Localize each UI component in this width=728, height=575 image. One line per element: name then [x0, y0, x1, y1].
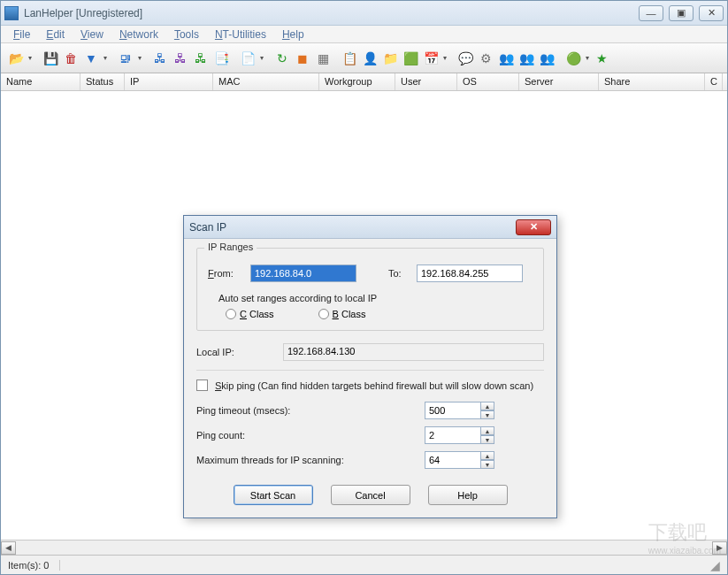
radio-dot-icon — [318, 309, 329, 319]
folder-icon[interactable]: 📁 — [380, 49, 400, 68]
user3-icon: 👥 — [519, 51, 533, 65]
dialog-title: Scan IP — [189, 221, 516, 234]
main-window: LanHelper [Unregistered] — ▣ ✕ FileEditV… — [0, 0, 728, 575]
menu-view[interactable]: View — [73, 27, 111, 42]
help-button[interactable]: Help — [428, 485, 508, 505]
dropdown-arrow-icon[interactable]: ▾ — [258, 54, 265, 62]
c-class-radio[interactable]: C Class — [226, 309, 274, 319]
to-ip-input[interactable] — [417, 264, 523, 282]
star-icon: ★ — [594, 51, 609, 65]
spin-up-icon[interactable]: ▲ — [481, 451, 494, 460]
app-icon — [4, 6, 19, 20]
refresh-icon[interactable]: ↻ — [272, 49, 292, 68]
b-class-radio[interactable]: B Class — [318, 309, 366, 319]
skip-ping-checkbox[interactable] — [196, 380, 208, 391]
scan-ip-icon[interactable]: 🖧 — [191, 49, 211, 68]
max-threads-input[interactable] — [425, 451, 481, 469]
star-icon[interactable]: ★ — [592, 49, 611, 68]
scan-lan-icon[interactable]: 🖳 — [116, 49, 135, 68]
chat-icon: 💬 — [458, 51, 472, 65]
close-button[interactable]: ✕ — [699, 5, 724, 21]
user2-icon[interactable]: 👥 — [496, 49, 516, 68]
maximize-button[interactable]: ▣ — [669, 5, 694, 21]
spin-down-icon[interactable]: ▼ — [481, 435, 494, 444]
calendar-icon: 📅 — [424, 51, 438, 65]
divider — [196, 370, 544, 371]
delete-icon[interactable]: 🗑 — [61, 49, 80, 68]
menu-help[interactable]: Help — [275, 27, 311, 42]
column-server[interactable]: Server — [519, 73, 599, 90]
grid-icon[interactable]: ▦ — [313, 49, 333, 68]
spin-down-icon[interactable]: ▼ — [481, 460, 494, 469]
ping-count-input[interactable] — [425, 426, 481, 444]
dropdown-arrow-icon[interactable]: ▾ — [102, 54, 109, 62]
column-mac[interactable]: MAC — [213, 73, 319, 90]
column-ip[interactable]: IP — [125, 73, 213, 90]
stop-icon[interactable]: ◼ — [293, 49, 312, 68]
column-name[interactable]: Name — [1, 73, 80, 90]
user3-icon[interactable]: 👥 — [517, 49, 536, 68]
doc-icon[interactable]: 📄 — [238, 49, 257, 68]
column-os[interactable]: OS — [457, 73, 519, 90]
column-user[interactable]: User — [395, 73, 457, 90]
max-threads-spinner[interactable]: ▲▼ — [425, 451, 494, 469]
delete-icon: 🗑 — [64, 51, 78, 65]
skip-ping-label: Skip ping (Can find hidden targets behin… — [215, 380, 533, 391]
dropdown-arrow-icon[interactable]: ▾ — [441, 54, 448, 62]
dropdown-arrow-icon[interactable]: ▾ — [136, 54, 143, 62]
filter-icon[interactable]: ▼ — [81, 49, 101, 68]
from-ip-input[interactable] — [250, 264, 356, 282]
spin-down-icon[interactable]: ▼ — [481, 410, 494, 419]
cancel-button[interactable]: Cancel — [331, 485, 410, 505]
key-icon[interactable]: 🟢 — [563, 49, 583, 68]
scan-hosts-icon: 🖧 — [173, 51, 188, 65]
dialog-titlebar: Scan IP ✕ — [184, 216, 556, 239]
app-icon[interactable]: 🟩 — [401, 49, 420, 68]
scan-workgroups-icon: 🖧 — [153, 51, 167, 65]
scan-list-icon[interactable]: 📑 — [211, 49, 231, 68]
folder-icon: 📁 — [383, 51, 397, 65]
dialog-close-button[interactable]: ✕ — [516, 219, 551, 235]
gears-icon[interactable]: ⚙ — [476, 49, 495, 68]
ping-count-label: Ping count: — [196, 430, 418, 441]
user4-icon[interactable]: 👥 — [537, 49, 556, 68]
horizontal-scrollbar[interactable]: ◀ ▶ — [1, 540, 727, 555]
ping-timeout-spinner[interactable]: ▲▼ — [425, 402, 494, 419]
user-icon[interactable]: 👤 — [360, 49, 379, 68]
save-icon[interactable]: 💾 — [41, 49, 60, 68]
minimize-button[interactable]: — — [639, 5, 663, 21]
list-area[interactable]: Scan IP ✕ IP Ranges From: To: — [1, 91, 727, 540]
chat-icon[interactable]: 💬 — [456, 49, 475, 68]
scroll-left-icon[interactable]: ◀ — [1, 541, 16, 555]
calendar-icon[interactable]: 📅 — [421, 49, 441, 68]
dropdown-arrow-icon[interactable]: ▾ — [27, 54, 34, 62]
gears-icon: ⚙ — [479, 51, 493, 65]
scan-lan-icon: 🖳 — [119, 51, 133, 65]
open-icon[interactable]: 📂 — [6, 49, 26, 68]
scroll-right-icon[interactable]: ▶ — [712, 541, 727, 555]
column-c[interactable]: C — [705, 73, 723, 90]
menu-edit[interactable]: Edit — [39, 27, 72, 42]
ping-count-spinner[interactable]: ▲▼ — [425, 426, 494, 444]
scan-workgroups-icon[interactable]: 🖧 — [150, 49, 170, 68]
clipboard-icon[interactable]: 📋 — [340, 49, 359, 68]
menu-nt-utilities[interactable]: NT-Utilities — [208, 27, 273, 42]
spin-up-icon[interactable]: ▲ — [481, 426, 494, 435]
ping-timeout-input[interactable] — [425, 402, 481, 419]
user2-icon: 👥 — [499, 51, 513, 65]
column-workgroup[interactable]: Workgroup — [319, 73, 395, 90]
dropdown-arrow-icon[interactable]: ▾ — [584, 54, 591, 62]
menu-file[interactable]: File — [6, 27, 37, 42]
column-status[interactable]: Status — [80, 73, 125, 90]
spin-up-icon[interactable]: ▲ — [481, 402, 494, 410]
ping-timeout-label: Ping timeout (msecs): — [196, 405, 418, 416]
menu-network[interactable]: Network — [112, 27, 165, 42]
resize-grip-icon[interactable]: ◢ — [710, 558, 720, 572]
status-item-count: Item(s): 0 — [8, 560, 60, 571]
scan-hosts-icon[interactable]: 🖧 — [171, 49, 190, 68]
start-scan-button[interactable]: Start Scan — [234, 485, 313, 505]
menu-tools[interactable]: Tools — [167, 27, 206, 42]
filter-icon: ▼ — [84, 51, 98, 65]
column-share[interactable]: Share — [599, 73, 705, 90]
grid-icon: ▦ — [316, 51, 330, 65]
